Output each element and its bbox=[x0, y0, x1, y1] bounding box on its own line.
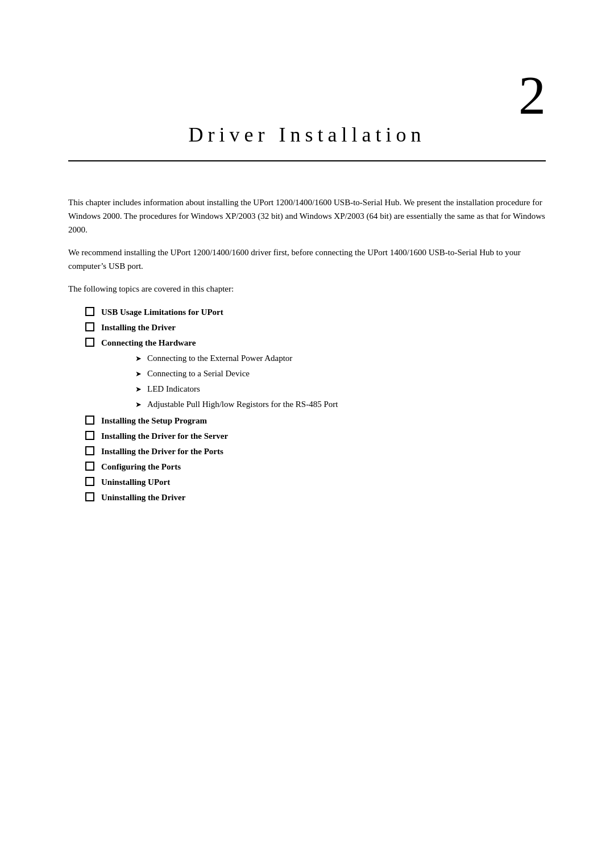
checkbox-icon-2 bbox=[85, 338, 94, 347]
sub-label-2-0: Connecting to the External Power Adaptor bbox=[147, 351, 292, 366]
topic-item-4: Installing the Driver for the Server bbox=[85, 429, 546, 444]
chapter-number: 2 bbox=[68, 68, 546, 123]
topics-list: USB Usage Limitations for UPortInstallin… bbox=[85, 305, 546, 505]
checkbox-icon-4 bbox=[85, 431, 94, 440]
sub-label-2-1: Connecting to a Serial Device bbox=[147, 366, 250, 381]
topic-label-0: USB Usage Limitations for UPort bbox=[101, 305, 223, 320]
checkbox-icon-1 bbox=[85, 322, 94, 331]
topic-item-3: Installing the Setup Program bbox=[85, 413, 546, 429]
topic-label-4: Installing the Driver for the Server bbox=[101, 429, 228, 444]
checkbox-icon-7 bbox=[85, 477, 94, 486]
sub-item-2-1: ➤Connecting to a Serial Device bbox=[135, 366, 338, 381]
topic-label-1: Installing the Driver bbox=[101, 320, 176, 335]
topic-label-2: Connecting the Hardware bbox=[101, 335, 338, 351]
checkbox-icon-6 bbox=[85, 462, 94, 471]
topic-item-0: USB Usage Limitations for UPort bbox=[85, 305, 546, 320]
topic-label-6: Configuring the Ports bbox=[101, 459, 181, 475]
intro-paragraph-2: We recommend installing the UPort 1200/1… bbox=[68, 246, 546, 273]
checkbox-icon-3 bbox=[85, 416, 94, 425]
topic-item-7: Uninstalling UPort bbox=[85, 475, 546, 490]
topic-item-6: Configuring the Ports bbox=[85, 459, 546, 475]
checkbox-icon-5 bbox=[85, 446, 94, 455]
chapter-title: Driver Installation bbox=[68, 123, 546, 153]
topic-item-1: Installing the Driver bbox=[85, 320, 546, 335]
sub-label-2-3: Adjustable Pull High/low Registors for t… bbox=[147, 397, 338, 412]
checkbox-icon-0 bbox=[85, 307, 94, 316]
topic-label-5: Installing the Driver for the Ports bbox=[101, 444, 223, 459]
page: 2 Driver Installation This chapter inclu… bbox=[0, 0, 614, 868]
intro-paragraph-1: This chapter includes information about … bbox=[68, 196, 546, 236]
topic-label-8: Uninstalling the Driver bbox=[101, 490, 185, 505]
sub-label-2-2: LED Indicators bbox=[147, 381, 200, 397]
topics-intro: The following topics are covered in this… bbox=[68, 282, 546, 296]
topic-item-8: Uninstalling the Driver bbox=[85, 490, 546, 505]
topic-item-5: Installing the Driver for the Ports bbox=[85, 444, 546, 459]
sub-list-2: ➤Connecting to the External Power Adapto… bbox=[135, 351, 338, 412]
arrow-icon: ➤ bbox=[135, 367, 142, 380]
arrow-icon: ➤ bbox=[135, 352, 142, 365]
sub-item-2-0: ➤Connecting to the External Power Adapto… bbox=[135, 351, 338, 366]
sub-item-2-2: ➤LED Indicators bbox=[135, 381, 338, 397]
topic-item-2: Connecting the Hardware➤Connecting to th… bbox=[85, 335, 546, 413]
topic-label-3: Installing the Setup Program bbox=[101, 413, 207, 429]
sub-item-2-3: ➤Adjustable Pull High/low Registors for … bbox=[135, 397, 338, 412]
topic-label-7: Uninstalling UPort bbox=[101, 475, 170, 490]
arrow-icon: ➤ bbox=[135, 398, 142, 411]
title-divider bbox=[68, 160, 546, 161]
checkbox-icon-8 bbox=[85, 492, 94, 501]
arrow-icon: ➤ bbox=[135, 383, 142, 396]
